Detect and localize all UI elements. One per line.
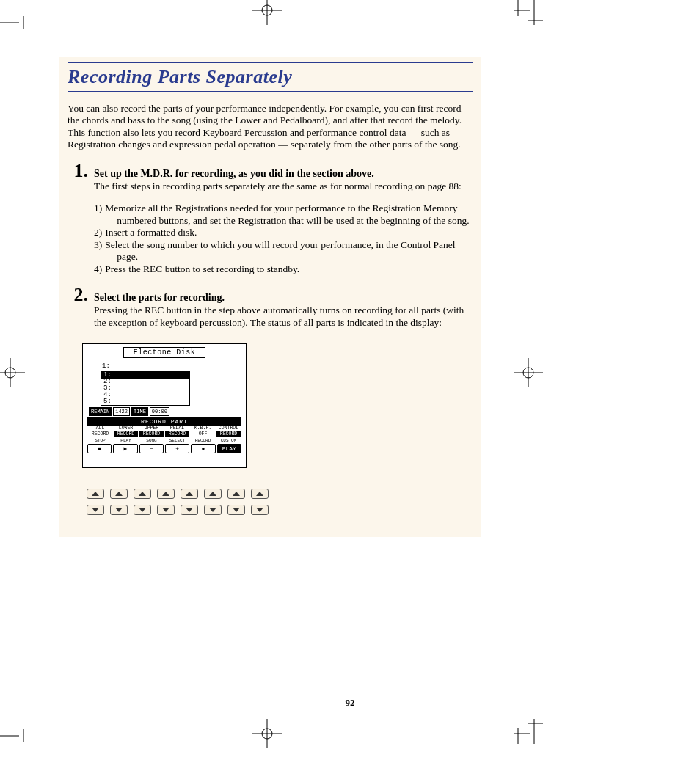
- lcd-song-list: 1: 2: 3: 4: 5:: [101, 371, 190, 406]
- lcd-song-row-selected: 1:: [101, 372, 189, 379]
- down-button[interactable]: [227, 505, 245, 515]
- lcd-ctrl-label: PLAY: [113, 438, 139, 443]
- triangle-down-icon: [162, 508, 169, 512]
- up-button[interactable]: [181, 489, 198, 499]
- lcd-control-buttons: ■ ▶ − + ● PLAY: [87, 444, 241, 453]
- svg-marker-31: [256, 492, 263, 496]
- step-2-heading: Select the parts for recording.: [94, 292, 225, 304]
- up-button[interactable]: [87, 489, 104, 499]
- list-item-line2: page.: [117, 251, 455, 263]
- down-button[interactable]: [251, 505, 269, 515]
- svg-marker-37: [209, 508, 216, 512]
- step-1-number: 1.: [68, 161, 88, 180]
- up-button[interactable]: [157, 489, 175, 499]
- list-item: 3) Select the song number to which you w…: [94, 239, 473, 263]
- up-button[interactable]: [134, 489, 151, 499]
- lcd-custom-play: PLAY: [217, 444, 241, 453]
- registration-mark-right: [514, 358, 543, 387]
- lcd-song-row: 4:: [101, 392, 189, 398]
- up-button[interactable]: [251, 489, 269, 499]
- lcd-ctrl-label: STOP: [87, 438, 113, 443]
- lcd-title: Electone Disk: [123, 347, 205, 358]
- up-button[interactable]: [204, 489, 222, 499]
- triangle-up-icon: [256, 492, 263, 496]
- lcd-part-state: RECORD: [165, 431, 189, 437]
- lcd-song-row: 5:: [101, 398, 189, 405]
- lcd-time-label: TIME: [131, 407, 148, 416]
- hardware-buttons-up-row: [87, 489, 481, 499]
- svg-marker-25: [115, 492, 123, 496]
- step-1: 1. Set up the M.D.R. for recording, as y…: [68, 161, 473, 192]
- svg-marker-27: [162, 492, 169, 496]
- down-button[interactable]: [134, 505, 151, 515]
- lcd-song-row: 2:: [101, 379, 189, 385]
- page-number: 92: [0, 697, 700, 709]
- registration-mark-top: [252, 0, 282, 25]
- lcd-selected-label: 1:: [102, 362, 241, 370]
- step-2-number: 2.: [68, 285, 88, 304]
- triangle-down-icon: [115, 508, 123, 512]
- down-button[interactable]: [157, 505, 175, 515]
- lcd-part-state: RECORD: [87, 431, 113, 437]
- list-item-line2: numbered buttons, and set the Registrati…: [117, 215, 469, 227]
- svg-marker-28: [186, 492, 193, 496]
- up-button[interactable]: [110, 489, 128, 499]
- content-panel: Recording Parts Separately You can also …: [59, 57, 481, 537]
- step-1-lead: The first steps in recording parts separ…: [94, 180, 473, 192]
- registration-mark-left: [0, 358, 25, 387]
- lcd-display: Electone Disk 1: 1: 2: 3: 4: 5: REMAIN 1…: [82, 343, 247, 468]
- svg-marker-36: [186, 508, 193, 512]
- lcd-plus-icon: +: [165, 444, 189, 453]
- svg-marker-38: [233, 508, 240, 512]
- down-button[interactable]: [87, 505, 104, 515]
- triangle-up-icon: [162, 492, 169, 496]
- list-item: 4) Press the REC button to set recording…: [94, 263, 473, 275]
- lcd-part-state: OFF: [190, 431, 216, 437]
- lcd-part-state: RECORD: [139, 431, 164, 437]
- svg-marker-34: [139, 508, 146, 512]
- lcd-part-names: ALL LOWER UPPER PEDAL K.B.P. CONTROL: [87, 426, 241, 431]
- down-button[interactable]: [181, 505, 198, 515]
- triangle-up-icon: [139, 492, 146, 496]
- lcd-part-name: CONTROL: [216, 426, 241, 431]
- section-title: Recording Parts Separately: [68, 66, 473, 92]
- step-2: 2. Select the parts for recording. Press…: [68, 285, 473, 329]
- crop-mark-top-left: [0, 16, 29, 29]
- lcd-part-states: RECORD RECORD RECORD RECORD OFF RECORD: [87, 431, 241, 437]
- list-item-text: Memorize all the Registrations needed fo…: [105, 202, 469, 227]
- lcd-ctrl-label: SONG: [139, 438, 164, 443]
- triangle-down-icon: [233, 508, 240, 512]
- lcd-ctrl-label: CUSTOM: [216, 438, 241, 443]
- down-button[interactable]: [110, 505, 128, 515]
- svg-marker-24: [92, 492, 99, 496]
- triangle-down-icon: [139, 508, 146, 512]
- lcd-song-row: 3:: [101, 385, 189, 392]
- lcd-part-name: K.B.P.: [190, 426, 216, 431]
- lcd-status-bar: REMAIN 1422 TIME 00:00: [89, 407, 241, 416]
- lcd-ctrl-label: RECORD: [190, 438, 216, 443]
- lcd-ctrl-label: SELECT: [164, 438, 190, 443]
- svg-marker-33: [115, 508, 123, 512]
- svg-marker-26: [139, 492, 146, 496]
- list-item: 1) Memorize all the Registrations needed…: [94, 202, 473, 227]
- list-item-line1: Memorize all the Registrations needed fo…: [105, 202, 457, 213]
- hardware-buttons-down-row: [87, 505, 481, 515]
- triangle-down-icon: [92, 508, 99, 512]
- crop-mark-top-right: [514, 0, 543, 25]
- triangle-up-icon: [92, 492, 99, 496]
- triangle-up-icon: [186, 492, 193, 496]
- step-2-body: Pressing the REC button in the step abov…: [94, 304, 473, 329]
- down-button[interactable]: [204, 505, 222, 515]
- lcd-time-value: 00:00: [150, 407, 169, 416]
- lcd-minus-icon: −: [139, 444, 164, 453]
- intro-paragraph: You can also record the parts of your pe…: [68, 103, 473, 151]
- list-item: 2) Insert a formatted disk.: [94, 227, 473, 238]
- lcd-remain-label: REMAIN: [89, 407, 112, 416]
- crop-mark-bottom-right: [514, 719, 543, 744]
- lcd-play-icon: ▶: [113, 444, 137, 453]
- lcd-part-state: RECORD: [114, 431, 138, 437]
- list-item-text: Select the song number to which you will…: [105, 239, 455, 263]
- up-button[interactable]: [227, 489, 245, 499]
- list-item-number: 1): [94, 202, 102, 227]
- list-item-number: 3): [94, 239, 102, 263]
